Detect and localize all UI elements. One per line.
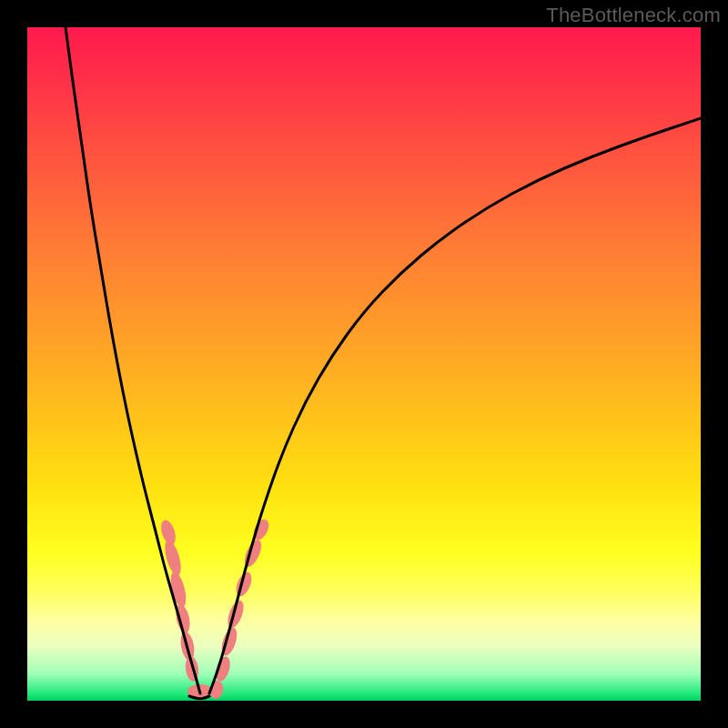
plot-area <box>27 27 701 701</box>
curve-layer <box>27 27 701 701</box>
watermark-text: TheBottleneck.com <box>546 4 721 27</box>
chart-frame: TheBottleneck.com <box>0 0 728 728</box>
right-curve <box>209 118 701 693</box>
